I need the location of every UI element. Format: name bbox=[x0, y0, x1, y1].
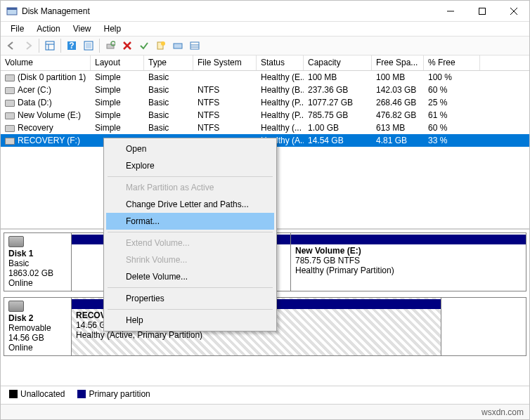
svg-rect-6 bbox=[46, 41, 54, 50]
new-icon[interactable] bbox=[153, 38, 169, 53]
col-layout[interactable]: Layout bbox=[91, 55, 144, 70]
ctx-change-drive-letter[interactable]: Change Drive Letter and Paths... bbox=[106, 196, 274, 213]
refresh-icon[interactable] bbox=[103, 38, 118, 53]
svg-text:?: ? bbox=[69, 41, 74, 51]
delete-icon[interactable] bbox=[119, 38, 135, 53]
col-filesystem[interactable]: File System bbox=[193, 55, 257, 70]
col-capacity[interactable]: Capacity bbox=[304, 55, 372, 70]
svg-rect-20 bbox=[190, 42, 199, 49]
drive-icon bbox=[5, 87, 15, 94]
volumes-header[interactable]: Volume Layout Type File System Status Ca… bbox=[1, 55, 529, 71]
svg-rect-1 bbox=[7, 8, 17, 10]
titlebar: Disk Management bbox=[1, 1, 529, 22]
drive-icon bbox=[5, 74, 15, 81]
forward-button[interactable] bbox=[20, 38, 36, 53]
disk-icon[interactable] bbox=[170, 38, 186, 53]
disk-icon bbox=[8, 236, 24, 247]
volume-row[interactable]: RecoverySimpleBasicNTFSHealthy (...1.00 … bbox=[1, 122, 529, 134]
drive-icon bbox=[5, 138, 15, 145]
settings-icon[interactable] bbox=[81, 38, 96, 53]
window-title: Disk Management bbox=[22, 6, 434, 16]
volume-row[interactable]: New Volume (E:)SimpleBasicNTFSHealthy (P… bbox=[1, 109, 529, 122]
menu-action[interactable]: Action bbox=[31, 22, 65, 35]
disk-icon bbox=[8, 301, 24, 312]
svg-point-18 bbox=[161, 41, 165, 46]
volume-row[interactable]: Data (D:)SimpleBasicNTFSHealthy (P...107… bbox=[1, 96, 529, 109]
legend-primary-label: Primary partition bbox=[89, 389, 150, 399]
drive-icon bbox=[5, 125, 15, 132]
ctx-explore[interactable]: Explore bbox=[106, 157, 274, 174]
col-freespace[interactable]: Free Spa... bbox=[372, 55, 424, 70]
disk-info: Disk 1Basic1863.02 GBOnline bbox=[4, 233, 72, 291]
back-button[interactable] bbox=[4, 38, 19, 53]
help-icon[interactable]: ? bbox=[64, 38, 79, 53]
legend-unallocated-swatch bbox=[9, 390, 18, 398]
legend-primary-swatch bbox=[77, 390, 86, 398]
disk-info: Disk 2Removable14.56 GBOnline bbox=[4, 298, 72, 355]
minimize-button[interactable] bbox=[434, 1, 466, 21]
drive-icon bbox=[5, 112, 15, 119]
menu-view[interactable]: View bbox=[67, 22, 97, 35]
legend-unallocated-label: Unallocated bbox=[20, 389, 65, 399]
menubar: File Action View Help bbox=[1, 22, 529, 36]
toolbar: ? bbox=[1, 36, 529, 55]
maximize-button[interactable] bbox=[466, 1, 498, 21]
drive-icon bbox=[5, 100, 15, 107]
ctx-shrink-volume: Shrink Volume... bbox=[106, 251, 274, 268]
ctx-format[interactable]: Format... bbox=[106, 213, 274, 230]
statusbar: wsxdn.com bbox=[1, 404, 529, 419]
list-icon[interactable] bbox=[187, 38, 202, 53]
legend: Unallocated Primary partition bbox=[1, 386, 529, 401]
partition-gap bbox=[441, 298, 526, 355]
statusbar-text: wsxdn.com bbox=[481, 407, 524, 417]
close-button[interactable] bbox=[498, 1, 529, 21]
ctx-properties[interactable]: Properties bbox=[106, 290, 274, 307]
col-status[interactable]: Status bbox=[257, 55, 304, 70]
svg-rect-12 bbox=[86, 43, 91, 48]
svg-rect-3 bbox=[479, 8, 485, 14]
svg-rect-19 bbox=[174, 44, 182, 48]
menu-help[interactable]: Help bbox=[98, 22, 127, 35]
menu-file[interactable]: File bbox=[5, 22, 30, 35]
volume-row[interactable]: (Disk 0 partition 1)SimpleBasicHealthy (… bbox=[1, 71, 529, 84]
app-icon bbox=[6, 6, 18, 17]
ctx-open[interactable]: Open bbox=[106, 140, 274, 157]
partition[interactable]: New Volume (E:)785.75 GB NTFSHealthy (Pr… bbox=[291, 233, 526, 291]
view-icon[interactable] bbox=[42, 38, 58, 53]
context-menu: Open Explore Mark Partition as Active Ch… bbox=[103, 138, 277, 332]
check-icon[interactable] bbox=[136, 38, 152, 53]
ctx-delete-volume[interactable]: Delete Volume... bbox=[106, 268, 274, 285]
col-pctfree[interactable]: % Free bbox=[424, 55, 480, 70]
svg-rect-13 bbox=[107, 44, 114, 48]
ctx-help[interactable]: Help bbox=[106, 312, 274, 329]
volume-row[interactable]: Acer (C:)SimpleBasicNTFSHealthy (B...237… bbox=[1, 84, 529, 96]
ctx-mark-active: Mark Partition as Active bbox=[106, 179, 274, 196]
col-volume[interactable]: Volume bbox=[1, 55, 91, 70]
ctx-extend-volume: Extend Volume... bbox=[106, 235, 274, 251]
col-type[interactable]: Type bbox=[144, 55, 193, 70]
